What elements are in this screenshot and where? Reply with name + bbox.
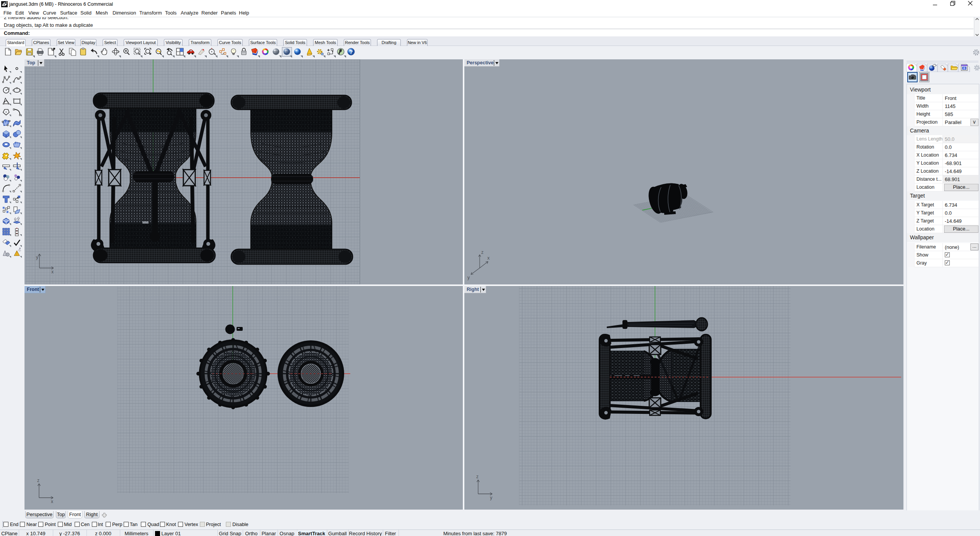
svg-text:y: y — [36, 255, 38, 260]
svg-text:x: x — [487, 255, 490, 261]
svg-text:z: z — [476, 474, 479, 479]
svg-text:x: x — [51, 499, 53, 504]
svg-text:?: ? — [350, 49, 353, 55]
svg-text:y: y — [490, 495, 492, 500]
svg-text:x: x — [51, 269, 54, 275]
svg-text:6: 6 — [6, 1, 7, 4]
svg-text:y: y — [467, 275, 470, 280]
svg-text:z: z — [37, 478, 39, 483]
svg-text:z: z — [481, 250, 483, 255]
